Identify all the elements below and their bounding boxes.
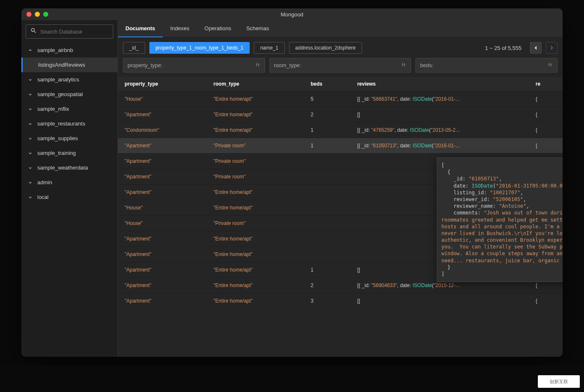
- chevron-down-icon: [27, 136, 33, 141]
- cell-property-type: "Apartment": [118, 169, 207, 185]
- cell-beds: 5: [304, 91, 350, 107]
- cell-beds: [304, 169, 350, 185]
- index-row: _id_property_type_1_room_type_1_beds_1na…: [118, 38, 563, 58]
- chevron-down-icon: [27, 180, 33, 186]
- col-room_type[interactable]: room_type: [207, 77, 304, 91]
- cell-room-type: "Entire home/apt": [207, 247, 304, 262]
- cell-property-type: "Apartment": [118, 138, 207, 154]
- cell-room-type: "Entire home/apt": [207, 293, 304, 309]
- cell-room-type: "Private room": [207, 138, 304, 154]
- db-sample_restaurants[interactable]: sample_restaurants: [21, 116, 117, 131]
- search-icon: [30, 27, 37, 36]
- cell-reviews: []: [350, 107, 529, 123]
- database-list: sample_airbnblistingsAndReviewssample_an…: [21, 43, 117, 357]
- cell-property-type: "House": [118, 91, 207, 107]
- db-sample_analytics[interactable]: sample_analytics: [21, 72, 117, 87]
- cell-beds: [304, 200, 350, 216]
- filter-room_type[interactable]: room_type:: [269, 58, 412, 73]
- collection-listingsAndReviews[interactable]: listingsAndReviews: [21, 57, 117, 72]
- db-local[interactable]: local: [21, 190, 117, 204]
- db-sample_airbnb[interactable]: sample_airbnb: [21, 43, 117, 57]
- search-database[interactable]: [26, 24, 113, 39]
- sort-icon: [255, 62, 261, 69]
- cell-property-type: "Apartment": [118, 231, 207, 247]
- cell-room-type: "Entire home/apt": [207, 231, 304, 247]
- table-row[interactable]: "House""Entire home/apt"5[{ _id: "586637…: [118, 91, 563, 107]
- index-address.location_2dsphere[interactable]: address.location_2dsphere: [289, 42, 362, 54]
- tab-bar: DocumentsIndexesOperationsSchemas: [118, 20, 563, 38]
- cell-property-type: "Apartment": [118, 293, 207, 309]
- chevron-down-icon: [27, 77, 33, 83]
- cell-beds: [304, 216, 350, 231]
- db-label: admin: [37, 179, 52, 186]
- db-label: sample_training: [37, 150, 76, 156]
- db-sample_weatherdata[interactable]: sample_weatherdata: [21, 160, 117, 175]
- review-tooltip: [ { _id: "61050713", date: ISODate("2016…: [437, 157, 563, 282]
- cell-beds: [304, 247, 350, 262]
- cell-beds: 1: [304, 123, 350, 138]
- prev-button[interactable]: [530, 42, 542, 54]
- db-sample_training[interactable]: sample_training: [21, 146, 117, 160]
- db-label: sample_geospatial: [37, 91, 83, 97]
- chevron-up-icon: [27, 47, 33, 53]
- close-icon[interactable]: [26, 12, 31, 17]
- sidebar: sample_airbnblistingsAndReviewssample_an…: [21, 20, 118, 357]
- cell-reviews: [{ _id: "58663741", date: ISODate("2016-…: [350, 91, 529, 107]
- db-admin[interactable]: admin: [21, 175, 117, 190]
- chevron-down-icon: [27, 194, 33, 200]
- chevron-down-icon: [27, 150, 33, 156]
- cell-room-type: "Entire home/apt": [207, 262, 304, 278]
- col-property_type[interactable]: property_type: [118, 77, 207, 91]
- tab-documents[interactable]: Documents: [118, 20, 163, 37]
- tab-schemas[interactable]: Schemas: [239, 20, 276, 37]
- cell-property-type: "House": [118, 200, 207, 216]
- cell-room-type: "Private room": [207, 169, 304, 185]
- filter-beds[interactable]: beds:: [415, 58, 558, 73]
- window-title: Mongood: [281, 11, 303, 18]
- db-sample_mflix[interactable]: sample_mflix: [21, 102, 117, 116]
- cell-property-type: "Apartment": [118, 247, 207, 262]
- cell-room-type: "Entire home/apt": [207, 185, 304, 200]
- cell-room-type: "Entire home/apt": [207, 278, 304, 293]
- index-name_1[interactable]: name_1: [254, 42, 284, 54]
- db-sample_supplies[interactable]: sample_supplies: [21, 131, 117, 146]
- pager-text: 1 ~ 25 of 5,555: [485, 45, 521, 51]
- cell-property-type: "House": [118, 216, 207, 231]
- minimize-icon[interactable]: [35, 12, 40, 17]
- titlebar: Mongood: [21, 8, 563, 20]
- cell-room-type: "Private room": [207, 154, 304, 169]
- cell-beds: [304, 231, 350, 247]
- tab-indexes[interactable]: Indexes: [163, 20, 197, 37]
- cell-property-type: "Apartment": [118, 262, 207, 278]
- maximize-icon[interactable]: [43, 12, 48, 17]
- index-property_type_1_room_type_1_beds_1[interactable]: property_type_1_room_type_1_beds_1: [149, 42, 250, 54]
- tab-operations[interactable]: Operations: [197, 20, 239, 37]
- next-button[interactable]: [546, 42, 558, 54]
- table-row[interactable]: "Apartment""Entire home/apt"2[]{: [118, 107, 563, 123]
- filter-property_type[interactable]: property_type:: [123, 58, 265, 73]
- db-label: local: [37, 194, 49, 200]
- col-beds[interactable]: beds: [304, 77, 350, 91]
- filter-label: property_type:: [128, 62, 162, 68]
- cell-beds: 3: [304, 293, 350, 309]
- cell-property-type: "Apartment": [118, 154, 207, 169]
- table-row[interactable]: "Apartment""Entire home/apt"3[]{: [118, 293, 563, 309]
- index-_id_[interactable]: _id_: [123, 42, 145, 54]
- table-row[interactable]: "Condominium""Entire home/apt"1[{ _id: "…: [118, 123, 563, 138]
- db-label: sample_supplies: [37, 135, 78, 141]
- col-reviews[interactable]: reviews: [350, 77, 529, 91]
- cell-beds: 1: [304, 138, 350, 154]
- table-row[interactable]: "Apartment""Private room"1[{ _id: "61050…: [118, 138, 563, 154]
- filter-label: room_type:: [274, 62, 301, 68]
- col-re[interactable]: re: [529, 77, 563, 91]
- cell-reviews: [{ _id: "4765259", date: ISODate("2013-0…: [350, 123, 529, 138]
- search-input[interactable]: [40, 29, 111, 35]
- cell-room-type: "Entire home/apt": [207, 107, 304, 123]
- window-controls: [21, 12, 48, 17]
- cell-beds: 1: [304, 262, 350, 278]
- db-sample_geospatial[interactable]: sample_geospatial: [21, 87, 117, 102]
- cell-beds: 2: [304, 107, 350, 123]
- cell-beds: 2: [304, 278, 350, 293]
- chevron-down-icon: [27, 165, 33, 171]
- cell-property-type: "Apartment": [118, 185, 207, 200]
